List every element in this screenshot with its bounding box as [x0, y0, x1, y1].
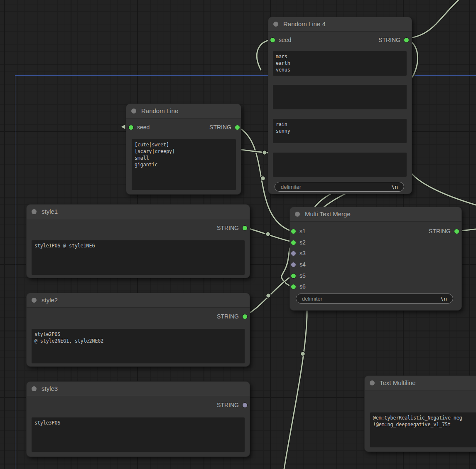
- link-center-dot: [266, 294, 271, 298]
- collapse-dot[interactable]: [32, 209, 37, 214]
- delimiter-value: \n: [391, 184, 398, 190]
- delimiter-widget[interactable]: delimiter \n: [296, 294, 453, 304]
- textarea-style1[interactable]: style1POS @ style1NEG: [32, 240, 245, 275]
- delimiter-widget[interactable]: delimiter \n: [275, 182, 404, 192]
- node-text-multiline[interactable]: Text Multiline @em:CyberRealistic_Negati…: [364, 375, 476, 452]
- node-title: Text Multiline: [380, 379, 416, 386]
- output-slot-label: STRING: [429, 228, 451, 234]
- output-slot-label: STRING: [209, 124, 231, 131]
- textarea-list1[interactable]: mars earth venus: [273, 51, 407, 76]
- wire-rl4-out-up: [406, 0, 460, 39]
- delimiter-label: delimiter: [281, 184, 301, 190]
- node-title-bar[interactable]: style1: [27, 205, 250, 219]
- textarea-list3[interactable]: rain sunny: [273, 119, 407, 143]
- graph-canvas[interactable]: { "canvas": { "wire_color": "#b5c3aa", "…: [0, 0, 476, 469]
- textarea-style2[interactable]: style2POS @ style2NEG1, style2NEG2: [32, 329, 245, 363]
- link-arrow: [121, 124, 125, 130]
- node-title: style3: [42, 385, 58, 392]
- input-slot-label: s5: [299, 272, 306, 279]
- output-slot-label: STRING: [217, 313, 239, 320]
- input-slot-s1[interactable]: [291, 229, 296, 234]
- input-slot-label: s6: [299, 283, 306, 290]
- input-slot-seed[interactable]: [129, 125, 133, 130]
- node-style2[interactable]: style2 STRING style2POS @ style2NEG1, st…: [26, 293, 250, 367]
- delimiter-label: delimiter: [302, 296, 322, 302]
- input-slot-s3[interactable]: [291, 251, 296, 256]
- node-title: Multi Text Merge: [305, 210, 351, 217]
- node-multi-text-merge[interactable]: Multi Text Merge s1 s2 s3 s4 s5 s6 STRIN…: [290, 207, 462, 311]
- textarea-list2[interactable]: [273, 85, 407, 109]
- input-slot-s2[interactable]: [291, 240, 296, 245]
- node-title-bar[interactable]: Text Multiline: [365, 376, 476, 390]
- node-title-bar[interactable]: Random Line: [126, 104, 241, 118]
- node-random-line-4[interactable]: Random Line 4 seed STRING mars earth ven…: [268, 17, 412, 194]
- output-slot-label: STRING: [217, 402, 239, 408]
- input-slot-label: s4: [299, 261, 306, 268]
- input-slot-s5[interactable]: [291, 274, 296, 278]
- link-center-dot: [261, 176, 265, 181]
- node-title: style1: [42, 208, 58, 215]
- input-slot-seed[interactable]: [270, 38, 275, 42]
- output-slot-string[interactable]: [243, 403, 247, 407]
- collapse-dot[interactable]: [32, 386, 37, 391]
- output-slot-label: STRING: [378, 37, 400, 43]
- link-center-dot: [263, 151, 267, 155]
- output-slot-string[interactable]: [235, 125, 240, 130]
- output-slot-string[interactable]: [404, 38, 409, 42]
- textarea-text-multiline[interactable]: @em:CyberRealistic_Negative-neg !@em:ng_…: [370, 412, 476, 447]
- input-slot-label: s2: [299, 239, 306, 246]
- collapse-dot[interactable]: [295, 212, 300, 217]
- collapse-dot[interactable]: [370, 380, 375, 385]
- link-center-dot: [266, 232, 270, 237]
- textarea-list[interactable]: [cute|sweet] [scary|creepy] small gigant…: [132, 139, 236, 190]
- input-slot-label: s3: [299, 250, 306, 257]
- node-random-line[interactable]: Random Line seed STRING [cute|sweet] [sc…: [126, 104, 241, 195]
- collapse-dot[interactable]: [32, 298, 37, 303]
- input-slot-s6[interactable]: [291, 284, 296, 289]
- textarea-list4[interactable]: [273, 153, 407, 177]
- node-style1[interactable]: style1 STRING style1POS @ style1NEG: [26, 204, 250, 278]
- input-slot-s4[interactable]: [291, 262, 296, 267]
- node-title-bar[interactable]: style3: [27, 382, 250, 396]
- node-title-bar[interactable]: Multi Text Merge: [290, 207, 461, 222]
- output-slot-string[interactable]: [243, 314, 247, 319]
- input-slot-label: seed: [137, 124, 150, 131]
- link-center-dot: [301, 352, 305, 356]
- node-title: Random Line: [141, 107, 178, 114]
- node-title: Random Line 4: [283, 20, 326, 27]
- input-slot-label: s1: [299, 228, 306, 234]
- output-slot-string[interactable]: [243, 226, 247, 230]
- textarea-style3[interactable]: style3POS: [32, 417, 245, 452]
- node-title-bar[interactable]: style2: [27, 293, 250, 308]
- input-slot-label: seed: [279, 37, 291, 43]
- output-slot-string[interactable]: [454, 229, 459, 234]
- node-title: style2: [42, 296, 58, 304]
- collapse-dot[interactable]: [273, 22, 278, 27]
- node-title-bar[interactable]: Random Line 4: [268, 17, 412, 32]
- wire-right-exit: [410, 171, 476, 205]
- output-slot-label: STRING: [217, 225, 239, 231]
- collapse-dot[interactable]: [131, 109, 136, 114]
- node-style3[interactable]: style3 STRING style3POS: [26, 381, 250, 457]
- delimiter-value: \n: [440, 296, 447, 302]
